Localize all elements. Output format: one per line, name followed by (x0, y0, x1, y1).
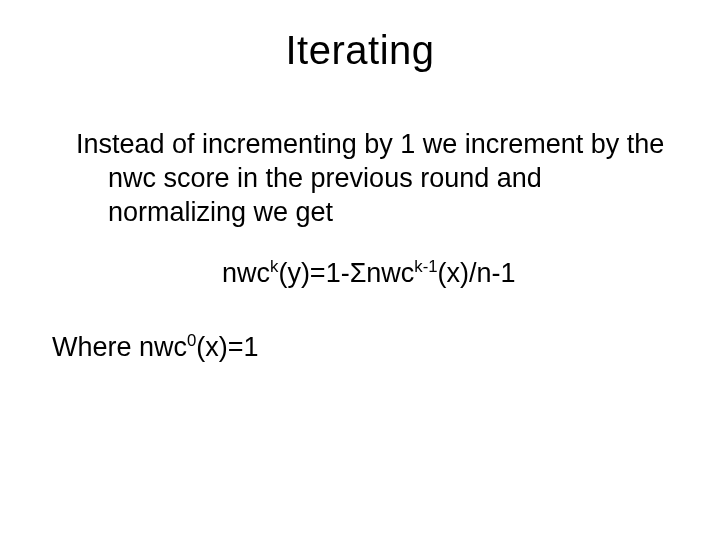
where-suffix: (x)=1 (196, 332, 258, 362)
formula-rhs-sup: k-1 (414, 257, 437, 276)
formula-lhs-base: nwc (222, 258, 270, 288)
where-prefix: Where nwc (52, 332, 187, 362)
slide: Iterating Instead of incrementing by 1 w… (0, 0, 720, 540)
slide-title: Iterating (0, 28, 720, 73)
slide-body: Instead of incrementing by 1 we incremen… (42, 128, 678, 365)
where-line: Where nwc0(x)=1 (42, 331, 678, 365)
formula-lhs-arg: (y)=1-Σnwc (278, 258, 414, 288)
formula-line: nwck(y)=1-Σnwck-1(x)/n-1 (42, 257, 678, 291)
body-paragraph: Instead of incrementing by 1 we incremen… (42, 128, 678, 229)
formula-rhs-tail: (x)/n-1 (438, 258, 516, 288)
where-sup: 0 (187, 331, 196, 350)
